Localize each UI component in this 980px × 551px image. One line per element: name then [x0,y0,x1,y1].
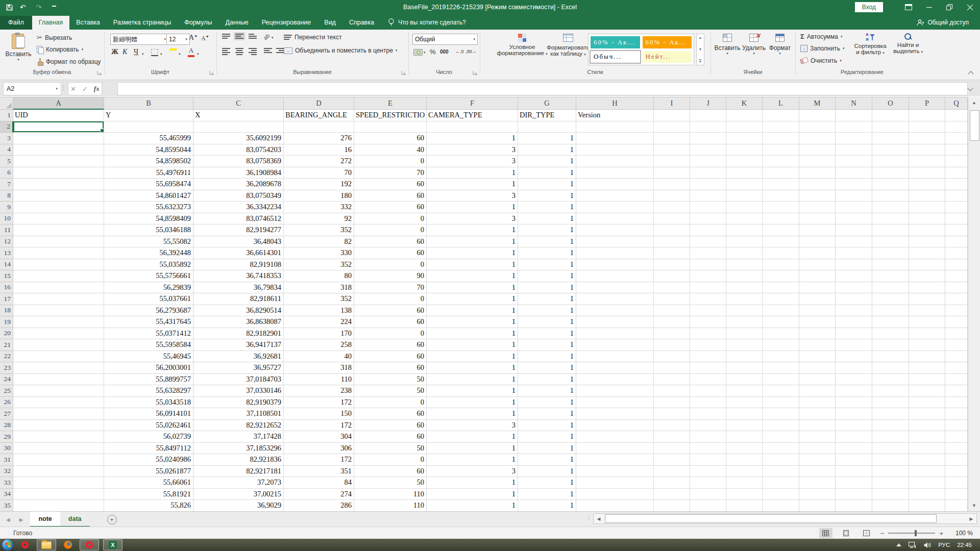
cell-A6[interactable] [13,167,104,179]
cell-G24[interactable]: 1 [518,374,576,386]
cell-F11[interactable]: 1 [427,224,518,236]
cell-F8[interactable]: 3 [427,190,518,202]
cell-Q16[interactable] [945,282,968,294]
cell-Q34[interactable] [945,489,968,500]
sign-in-button[interactable]: Вход [855,2,883,12]
cell-M21[interactable] [799,339,836,351]
cell-P19[interactable] [909,316,945,328]
cell-I11[interactable] [654,224,690,236]
cell-F1[interactable]: CAMERA_TYPE [427,110,518,121]
cell-P29[interactable] [909,431,945,443]
cell-O32[interactable] [872,466,909,478]
cell-K35[interactable] [726,500,763,512]
fill-color-button[interactable] [169,48,177,51]
cell-J20[interactable] [690,328,726,340]
cell-I34[interactable] [654,489,690,500]
sort-filter-button[interactable]: АЯ Сортировка и фильтр ▾ [850,33,890,55]
cell-M19[interactable] [799,316,836,328]
row-header-12[interactable]: 12 [0,236,13,248]
cell-M6[interactable] [799,167,836,179]
cell-I29[interactable] [654,431,690,443]
ribbon-tab-Файл[interactable]: Файл [0,16,32,30]
cell-Q21[interactable] [945,339,968,351]
column-header-H[interactable]: H [576,97,654,110]
cell-K5[interactable] [726,156,763,167]
cell-B16[interactable]: 56,29839 [104,282,193,294]
cell-B35[interactable]: 55,826 [104,500,193,512]
cell-A21[interactable] [13,339,104,351]
horizontal-scrollbar[interactable]: ◀ ▶ [593,513,977,524]
cell-L19[interactable] [763,316,799,328]
normal-view-button[interactable] [819,528,832,538]
cell-I16[interactable] [654,282,690,294]
increase-decimal-button[interactable]: ←,0 [455,49,464,54]
cell-D17[interactable]: 352 [284,293,354,305]
cell-G33[interactable]: 1 [518,477,576,489]
cell-C15[interactable]: 36,7418353 [193,270,284,282]
cell-I12[interactable] [654,236,690,248]
cell-H33[interactable] [576,477,654,489]
cell-N3[interactable] [836,133,872,144]
cell-P7[interactable] [909,179,945,190]
cell-N8[interactable] [836,190,872,202]
cell-N17[interactable] [836,293,872,305]
cell-M28[interactable] [799,420,836,432]
cell-K14[interactable] [726,259,763,271]
cell-B27[interactable]: 56,0914101 [104,408,193,420]
horizontal-scroll-thumb[interactable] [605,514,937,523]
cell-I14[interactable] [654,259,690,271]
cell-B23[interactable]: 56,2003001 [104,362,193,374]
cell-F29[interactable]: 1 [427,431,518,443]
cell-B15[interactable]: 55,5756661 [104,270,193,282]
cell-I3[interactable] [654,133,690,144]
cell-C33[interactable]: 37,2073 [193,477,284,489]
cell-A28[interactable] [13,420,104,432]
clear-button[interactable]: Очистить▾ [800,57,842,64]
cell-H1[interactable]: Version [576,110,654,121]
cell-H24[interactable] [576,374,654,386]
cell-L6[interactable] [763,167,799,179]
cell-J21[interactable] [690,339,726,351]
cell-O23[interactable] [872,362,909,374]
cell-P24[interactable] [909,374,945,386]
orientation-button[interactable]: ab [262,32,271,41]
cell-B22[interactable]: 55,46945 [104,351,193,363]
cell-I26[interactable] [654,397,690,409]
cell-Q30[interactable] [945,443,968,455]
cell-C25[interactable]: 37,0330146 [193,385,284,397]
column-header-E[interactable]: E [354,97,427,110]
row-header-23[interactable]: 23 [0,362,13,374]
cell-M16[interactable] [799,282,836,294]
cell-F13[interactable]: 1 [427,247,518,259]
cell-K1[interactable] [726,110,763,121]
cell-O11[interactable] [872,224,909,236]
cell-D7[interactable]: 192 [284,179,354,190]
ribbon-tab-Данные[interactable]: Данные [219,16,255,30]
cell-J22[interactable] [690,351,726,363]
cell-P1[interactable] [909,110,945,121]
cell-F30[interactable]: 1 [427,443,518,455]
cell-H21[interactable] [576,339,654,351]
cell-F16[interactable]: 1 [427,282,518,294]
cell-D3[interactable]: 276 [284,133,354,144]
cell-Q2[interactable] [945,121,968,133]
cell-E20[interactable]: 0 [354,328,427,340]
cell-F25[interactable]: 1 [427,385,518,397]
row-header-32[interactable]: 32 [0,466,13,478]
cell-G17[interactable]: 1 [518,293,576,305]
cell-K22[interactable] [726,351,763,363]
cell-L33[interactable] [763,477,799,489]
cell-P5[interactable] [909,156,945,167]
column-header-F[interactable]: F [427,97,518,110]
cell-I20[interactable] [654,328,690,340]
fill-color-dropdown[interactable]: ▾ [179,52,181,56]
cell-H25[interactable] [576,385,654,397]
cell-L17[interactable] [763,293,799,305]
row-header-22[interactable]: 22 [0,351,13,363]
cell-P23[interactable] [909,362,945,374]
tell-me-search[interactable]: Что вы хотите сделать? [388,18,466,30]
customize-qat-button[interactable]: ▾ [52,6,56,9]
cell-I32[interactable] [654,466,690,478]
cell-K23[interactable] [726,362,763,374]
cell-F22[interactable]: 1 [427,351,518,363]
